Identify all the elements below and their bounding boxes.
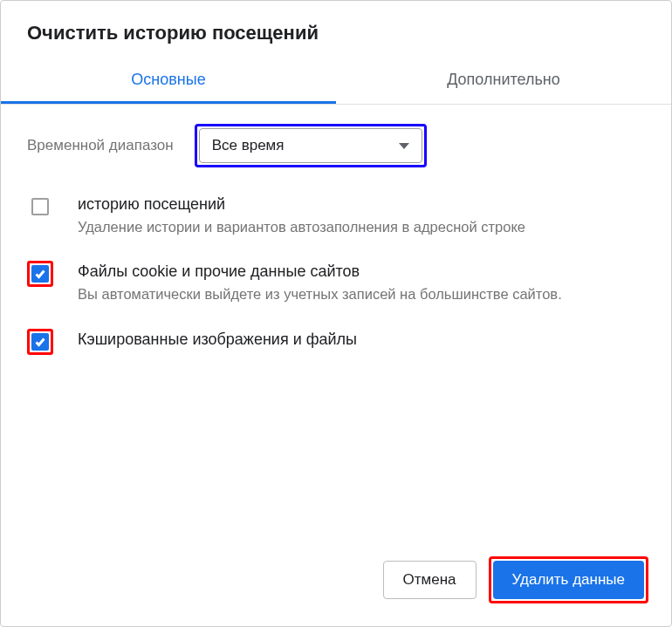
option-cached: Кэшированные изображения и файлы [27,329,645,355]
dialog-footer: Отмена Удалить данные [1,556,671,626]
option-title: Кэшированные изображения и файлы [78,331,645,349]
dialog-title: Очистить историю посещений [1,1,671,60]
tab-advanced-label: Дополнительно [447,71,560,88]
option-title: историю посещений [78,195,645,214]
checkbox-cookies[interactable] [31,265,49,283]
checkbox-highlight [27,329,53,355]
time-range-label: Временной диапазон [27,137,174,154]
checkbox-browsing-history[interactable] [31,198,49,215]
cancel-button[interactable]: Отмена [383,561,477,599]
chevron-down-icon [399,143,409,149]
clear-browsing-data-dialog: Очистить историю посещений Основные Допо… [0,0,672,627]
option-browsing-history: историю посещений Удаление истории и вар… [27,194,645,236]
clear-data-button[interactable]: Удалить данные [493,561,644,599]
tab-advanced[interactable]: Дополнительно [336,60,671,104]
time-range-select[interactable]: Все время [199,128,422,163]
checkbox-cached[interactable] [31,333,49,351]
option-text: Кэшированные изображения и файлы [78,329,645,352]
option-text: Файлы cookie и прочие данные сайтов Вы а… [78,261,645,303]
cancel-button-label: Отмена [403,571,456,589]
tabs: Основные Дополнительно [1,60,671,105]
tab-basic[interactable]: Основные [1,60,336,104]
checkbox-highlight [27,261,53,287]
checkmark-icon [34,336,46,348]
time-range-highlight: Все время [195,124,427,167]
time-range-value: Все время [212,137,285,154]
dialog-content: Временной диапазон Все время историю пос… [1,105,671,556]
option-title: Файлы cookie и прочие данные сайтов [78,262,645,281]
tab-basic-label: Основные [131,71,205,88]
option-desc: Вы автоматически выйдете из учетных запи… [78,284,645,303]
clear-button-label: Удалить данные [512,571,625,589]
checkmark-icon [34,268,46,280]
option-cookies: Файлы cookie и прочие данные сайтов Вы а… [27,261,645,303]
option-desc: Удаление истории и вариантов автозаполне… [78,217,645,236]
checkbox-wrapper [27,194,53,220]
time-range-row: Временной диапазон Все время [27,124,645,167]
clear-button-highlight: Удалить данные [489,556,648,603]
option-text: историю посещений Удаление истории и вар… [78,194,645,236]
